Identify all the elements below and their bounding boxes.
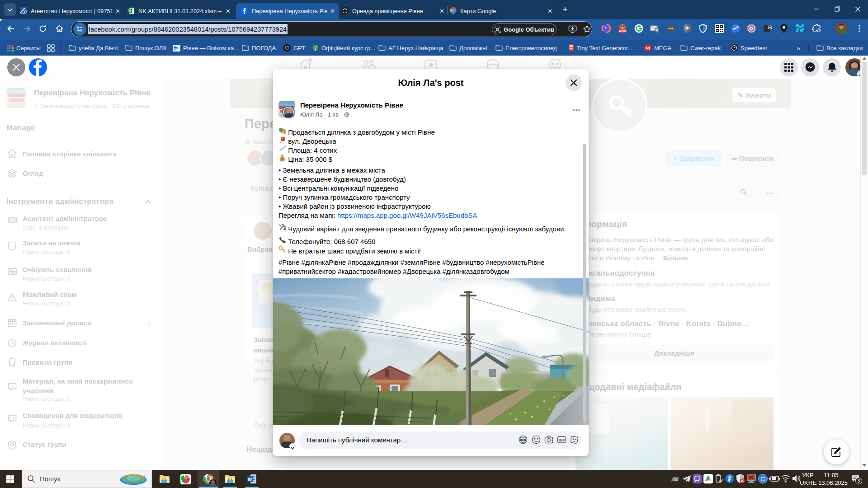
- svg-text:New: New: [619, 29, 626, 33]
- svg-text:W: W: [248, 477, 252, 482]
- svg-text:GIF: GIF: [559, 438, 565, 442]
- svg-text:$: $: [282, 158, 283, 161]
